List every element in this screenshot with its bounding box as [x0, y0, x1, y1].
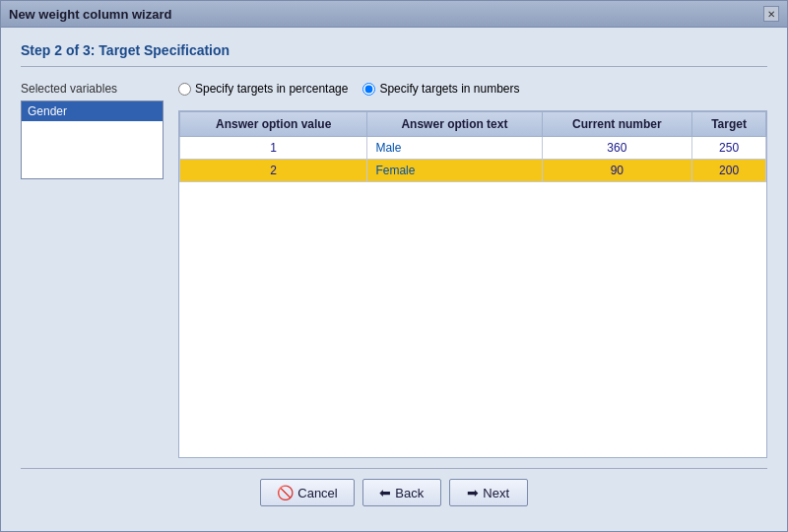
radio-numbers-input[interactable] [362, 83, 375, 96]
cancel-label: Cancel [297, 486, 337, 500]
variables-panel: Selected variables Gender [21, 82, 164, 458]
variable-item-gender[interactable]: Gender [22, 101, 163, 121]
radio-numbers-label: Specify targets in numbers [379, 82, 519, 96]
main-area: Selected variables Gender Specify target… [21, 82, 767, 458]
wizard-footer: 🚫 Cancel ⬅ Back ➡ Next [21, 468, 767, 516]
back-button[interactable]: ⬅ Back [362, 479, 441, 506]
cancel-button[interactable]: 🚫 Cancel [260, 479, 354, 506]
col-header-target: Target [692, 112, 766, 137]
radio-percentage[interactable]: Specify targets in percentage [178, 82, 348, 96]
table-container: Answer option value Answer option text C… [178, 110, 767, 458]
cell-current: 360 [542, 137, 692, 160]
table-row[interactable]: 1Male360250 [180, 137, 766, 160]
cancel-icon: 🚫 [277, 485, 294, 500]
wizard-content: Step 2 of 3: Target Specification Select… [1, 28, 787, 531]
table-row[interactable]: 2Female90200 [180, 160, 766, 182]
close-button[interactable]: ✕ [763, 6, 779, 22]
variables-list[interactable]: Gender [21, 100, 164, 179]
col-header-value: Answer option value [180, 112, 367, 137]
radio-group: Specify targets in percentage Specify ta… [178, 82, 767, 96]
radio-percentage-input[interactable] [178, 83, 191, 96]
cell-current: 90 [542, 160, 692, 182]
cell-target: 250 [692, 137, 766, 160]
table-header-row: Answer option value Answer option text C… [180, 112, 766, 137]
next-button[interactable]: ➡ Next [449, 479, 528, 506]
col-header-current: Current number [542, 112, 692, 137]
back-icon: ⬅ [379, 485, 391, 500]
cell-value: 2 [180, 160, 367, 182]
right-panel: Specify targets in percentage Specify ta… [178, 82, 767, 458]
step-title: Step 2 of 3: Target Specification [21, 42, 767, 67]
next-icon: ➡ [467, 485, 479, 500]
data-table: Answer option value Answer option text C… [179, 111, 766, 182]
window-title: New weight column wizard [9, 7, 171, 22]
back-label: Back [395, 486, 424, 500]
variables-label: Selected variables [21, 82, 164, 96]
next-label: Next [483, 486, 509, 500]
cell-value: 1 [180, 137, 367, 160]
cell-text: Male [367, 137, 542, 160]
title-bar: New weight column wizard ✕ [1, 1, 787, 28]
wizard-window: New weight column wizard ✕ Step 2 of 3: … [0, 0, 788, 532]
radio-percentage-label: Specify targets in percentage [195, 82, 348, 96]
cell-target: 200 [692, 160, 766, 182]
cell-text: Female [367, 160, 542, 182]
radio-numbers[interactable]: Specify targets in numbers [362, 82, 519, 96]
col-header-text: Answer option text [367, 112, 542, 137]
